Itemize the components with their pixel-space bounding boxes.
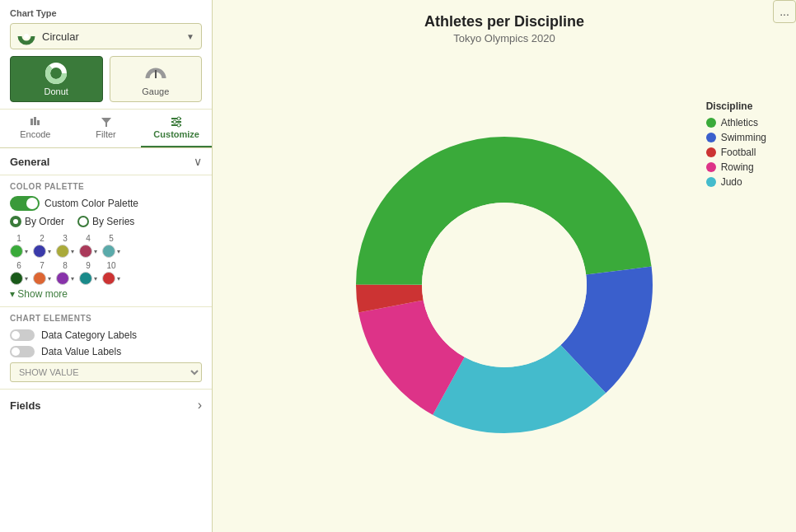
legend-label-judo: Judo — [721, 176, 742, 188]
color-dot-9[interactable] — [79, 272, 92, 285]
color-arrow-3: ▾ — [71, 248, 74, 255]
show-more-button[interactable]: ▾ Show more — [10, 288, 202, 300]
color-dot-7[interactable] — [33, 272, 46, 285]
color-item-4: 4 ▾ — [79, 234, 97, 258]
chart-elements-label: CHART ELEMENTS — [10, 314, 202, 323]
color-dot-6[interactable] — [10, 272, 23, 285]
svg-point-12 — [177, 117, 180, 120]
radio-by-series[interactable]: By Series — [77, 216, 134, 227]
color-arrow-10: ▾ — [117, 275, 120, 282]
radio-by-series-label: By Series — [92, 216, 134, 227]
color-row-1: 1 ▾ 2 ▾ 3 ▾ 4 — [10, 234, 202, 258]
chart-area: Discipline Athletics Swimming Football R… — [226, 51, 783, 519]
chevron-down-icon: ▼ — [186, 32, 194, 41]
custom-palette-toggle-row: Custom Color Palette — [10, 196, 202, 211]
color-dot-1[interactable] — [10, 245, 23, 258]
show-value-row: SHOW VALUE PERCENTAGE BOTH — [10, 362, 202, 382]
color-item-5: 5 ▾ — [102, 234, 120, 258]
tab-encode-label: Encode — [20, 129, 50, 139]
general-header[interactable]: General ∨ — [10, 155, 202, 168]
chart-type-buttons: Donut Gauge — [10, 56, 202, 102]
value-labels-label: Data Value Labels — [41, 346, 121, 357]
color-arrow-6: ▾ — [25, 275, 28, 282]
chart-title: Athletes per Discipline — [226, 13, 783, 30]
category-labels-toggle[interactable] — [10, 329, 35, 341]
radio-by-order-circle — [10, 216, 21, 227]
gauge-button[interactable]: Gauge — [110, 56, 203, 102]
radio-by-order[interactable]: By Order — [10, 216, 64, 227]
color-arrow-9: ▾ — [94, 275, 97, 282]
category-labels-row: Data Category Labels — [10, 329, 202, 341]
chart-elements-section: CHART ELEMENTS Data Category Labels Data… — [0, 307, 212, 390]
customize-icon — [171, 116, 182, 128]
legend-label-athletics: Athletics — [721, 117, 758, 128]
tabs-row: Encode Filter Customize — [0, 110, 212, 148]
color-num-2: 2 — [40, 234, 44, 243]
tab-customize[interactable]: Customize — [141, 110, 212, 147]
legend-dot-athletics — [706, 118, 716, 128]
color-dot-8[interactable] — [56, 272, 69, 285]
color-dot-10[interactable] — [102, 272, 115, 285]
legend-dot-swimming — [706, 133, 716, 142]
value-labels-row: Data Value Labels — [10, 346, 202, 357]
donut-label: Donut — [44, 86, 68, 96]
color-item-6: 6 ▾ — [10, 261, 28, 285]
legend-item-swimming: Swimming — [706, 132, 766, 143]
color-num-8: 8 — [63, 261, 68, 270]
color-dot-5[interactable] — [102, 245, 115, 258]
fields-section[interactable]: Fields › — [0, 390, 212, 421]
color-arrow-2: ▾ — [48, 248, 51, 255]
tab-customize-label: Customize — [153, 129, 199, 139]
donut-chart — [331, 112, 677, 458]
chart-type-label: Chart Type — [10, 8, 202, 18]
circular-icon — [17, 27, 35, 45]
legend-item-rowing: Rowing — [706, 161, 766, 173]
tab-filter[interactable]: Filter — [71, 110, 142, 147]
palette-radio-row: By Order By Series — [10, 216, 202, 227]
palette-label: COLOR PALETTE — [10, 182, 202, 191]
radio-by-order-label: By Order — [25, 216, 64, 227]
chart-type-dropdown[interactable]: Circular ▼ — [10, 23, 202, 49]
color-item-10: 10 ▾ — [102, 261, 120, 285]
color-num-7: 7 — [40, 261, 44, 270]
donut-button[interactable]: Donut — [10, 56, 103, 102]
color-row-2: 6 ▾ 7 ▾ 8 ▾ 9 — [10, 261, 202, 285]
chevron-right-icon: › — [198, 398, 202, 413]
color-dot-4[interactable] — [79, 245, 92, 258]
legend-dot-judo — [706, 177, 716, 187]
encode-icon — [30, 116, 41, 128]
legend-item-athletics: Athletics — [706, 117, 766, 128]
custom-palette-toggle[interactable] — [10, 196, 40, 211]
svg-marker-8 — [101, 118, 111, 127]
tab-encode[interactable]: Encode — [0, 110, 71, 147]
color-dot-3[interactable] — [56, 245, 69, 258]
legend-label-football: Football — [721, 147, 756, 158]
color-item-7: 7 ▾ — [33, 261, 51, 285]
legend-label-swimming: Swimming — [721, 132, 766, 143]
svg-rect-6 — [34, 117, 36, 125]
color-item-2: 2 ▾ — [33, 234, 51, 258]
legend-dot-rowing — [706, 162, 716, 172]
legend-label-rowing: Rowing — [721, 161, 754, 173]
value-labels-toggle[interactable] — [10, 346, 35, 357]
color-arrow-5: ▾ — [117, 248, 120, 255]
legend-title: Discipline — [706, 100, 766, 112]
color-num-9: 9 — [86, 261, 91, 270]
show-value-select[interactable]: SHOW VALUE PERCENTAGE BOTH — [10, 362, 202, 382]
chart-subtitle: Tokyo Olympics 2020 — [226, 32, 783, 44]
more-button[interactable]: ... — [773, 0, 796, 23]
color-num-5: 5 — [109, 234, 114, 243]
color-dot-2[interactable] — [33, 245, 46, 258]
palette-section: COLOR PALETTE Custom Color Palette By Or… — [0, 175, 212, 307]
chart-legend: Discipline Athletics Swimming Football R… — [706, 100, 766, 191]
color-arrow-1: ▾ — [25, 248, 28, 255]
svg-rect-7 — [37, 120, 40, 125]
color-item-8: 8 ▾ — [56, 261, 74, 285]
donut-center — [422, 203, 587, 367]
color-num-6: 6 — [16, 261, 21, 270]
gauge-icon — [144, 62, 167, 85]
chart-header: Athletes per Discipline Tokyo Olympics 2… — [226, 13, 783, 44]
color-item-3: 3 ▾ — [56, 234, 74, 258]
color-arrow-7: ▾ — [48, 275, 51, 282]
category-labels-label: Data Category Labels — [41, 329, 137, 341]
